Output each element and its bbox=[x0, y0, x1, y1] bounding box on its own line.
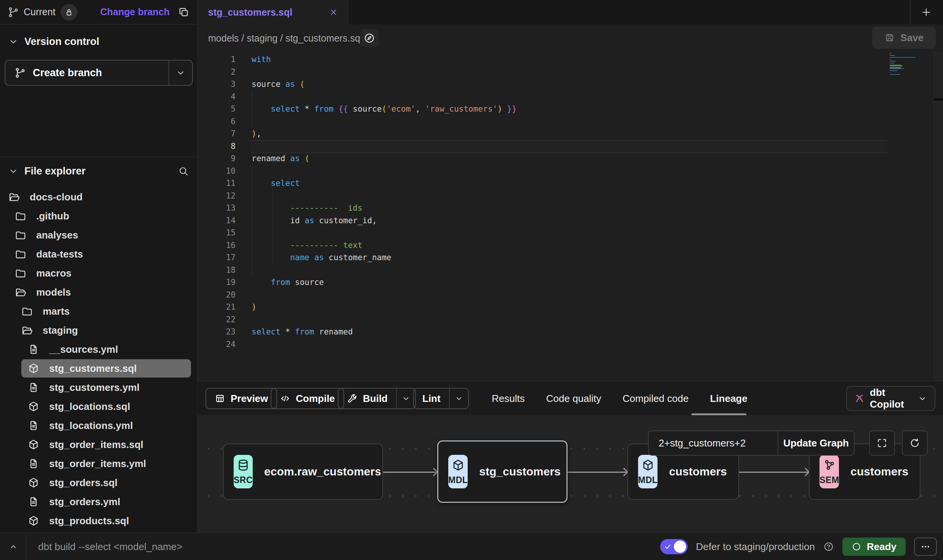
code-line-7: ), bbox=[252, 128, 517, 140]
panel-tabs: ResultsCode qualityCompiled codeLineage bbox=[480, 381, 747, 416]
folder-open-icon bbox=[21, 325, 33, 336]
editor-scrollbar[interactable] bbox=[933, 52, 943, 381]
lint-button[interactable]: Lint bbox=[413, 388, 469, 409]
database-icon bbox=[237, 459, 250, 472]
chevron-down-icon bbox=[918, 394, 927, 403]
command-input[interactable]: dbt build --select <model_name> bbox=[38, 533, 183, 560]
close-tab-icon[interactable] bbox=[329, 8, 338, 17]
cube-icon bbox=[28, 363, 39, 374]
refresh-button[interactable] bbox=[902, 430, 928, 456]
tab-stg-customers-sql[interactable]: stg_customers.sql bbox=[197, 0, 349, 24]
code-line-19: from source bbox=[252, 276, 517, 289]
panel-tab-results[interactable]: Results bbox=[492, 393, 525, 405]
help-icon[interactable] bbox=[823, 541, 834, 552]
tree-item-stg-customers-yml[interactable]: stg_customers.yml bbox=[0, 378, 197, 397]
panel-tab-lineage[interactable]: Lineage bbox=[710, 393, 747, 405]
tree-item-analyses[interactable]: analyses bbox=[0, 226, 197, 245]
create-branch-main[interactable]: Create branch bbox=[5, 61, 168, 85]
tree-item-stg-customers-sql[interactable]: stg_customers.sql bbox=[0, 359, 197, 378]
doc-icon bbox=[28, 458, 39, 469]
dbt-copilot-button[interactable]: dbt Copilot bbox=[846, 386, 935, 411]
compass-icon bbox=[364, 32, 375, 44]
ide-status-button[interactable]: Ready bbox=[842, 538, 906, 556]
tree-item-staging[interactable]: staging bbox=[0, 321, 197, 340]
lineage-panel[interactable]: SRCecom.raw_customersMDLstg_customersMDL… bbox=[197, 415, 943, 533]
tree-item-stg-locations-sql[interactable]: stg_locations.sql bbox=[0, 397, 197, 416]
chevron-up-icon bbox=[8, 542, 18, 552]
scrollbar-mark bbox=[934, 98, 943, 101]
toolbar-separator bbox=[470, 381, 470, 416]
lineage-edge bbox=[383, 472, 437, 473]
minimap[interactable] bbox=[890, 53, 916, 76]
doc-icon bbox=[28, 496, 39, 507]
sidebar-divider bbox=[0, 157, 197, 157]
code-line-3: source as ( bbox=[252, 78, 517, 91]
git-branch-icon bbox=[14, 67, 26, 78]
code-line-11: select bbox=[252, 177, 517, 190]
node-badge: SRC bbox=[234, 455, 253, 488]
tree-item-stg-orders-yml[interactable]: stg_orders.yml bbox=[0, 492, 197, 511]
file-explorer-title: File explorer bbox=[24, 165, 86, 177]
chevron-down-icon bbox=[402, 394, 410, 403]
code-line-5: select * from {{ source('ecom', 'raw_cus… bbox=[252, 103, 517, 115]
compile-button[interactable]: Compile bbox=[271, 388, 344, 409]
panel-tab-compiled-code[interactable]: Compiled code bbox=[622, 393, 688, 405]
build-button[interactable]: Build bbox=[338, 388, 416, 409]
tree-item-docs-cloud[interactable]: docs-cloud bbox=[0, 187, 197, 206]
tree-item-stg-products-sql[interactable]: stg_products.sql bbox=[0, 511, 197, 530]
panel-tab-code-quality[interactable]: Code quality bbox=[546, 393, 601, 405]
check-icon bbox=[664, 542, 672, 551]
save-button[interactable]: Save bbox=[872, 27, 936, 49]
lineage-node-ecom-raw-customers[interactable]: SRCecom.raw_customers bbox=[223, 443, 383, 500]
main-area: stg_customers.sql models / staging / stg… bbox=[197, 0, 943, 533]
cube-icon bbox=[28, 477, 39, 488]
code-line-22 bbox=[252, 314, 517, 326]
folder-icon bbox=[15, 229, 26, 241]
refresh-icon bbox=[909, 437, 921, 449]
new-tab-button[interactable] bbox=[917, 3, 935, 21]
lineage-edge bbox=[568, 472, 627, 473]
copy-branch-icon[interactable] bbox=[178, 6, 189, 18]
tree-item--sources-yml[interactable]: __sources.yml bbox=[0, 340, 197, 359]
search-icon[interactable] bbox=[178, 166, 189, 176]
toggle-knob bbox=[674, 541, 686, 553]
fullscreen-button[interactable] bbox=[869, 430, 895, 456]
tree-item-stg-order-items-yml[interactable]: stg_order_items.yml bbox=[0, 454, 197, 473]
build-dropdown[interactable] bbox=[396, 389, 415, 408]
status-ring-icon bbox=[852, 542, 861, 552]
code-lines: withsource as ( select * from {{ source(… bbox=[252, 53, 517, 350]
create-branch-dropdown[interactable] bbox=[168, 61, 192, 85]
doc-icon bbox=[28, 420, 39, 431]
create-branch-button[interactable]: Create branch bbox=[5, 60, 193, 86]
more-options-button[interactable] bbox=[914, 538, 937, 556]
explore-compass-button[interactable] bbox=[360, 29, 378, 47]
tree-item-marts[interactable]: marts bbox=[0, 302, 197, 321]
ready-label: Ready bbox=[867, 541, 896, 553]
lineage-filter-input[interactable]: 2+stg_customers+2 bbox=[649, 437, 778, 449]
update-graph-button[interactable]: Update Graph bbox=[778, 431, 854, 455]
tree-item-macros[interactable]: macros bbox=[0, 264, 197, 283]
doc-icon bbox=[28, 496, 39, 507]
lineage-node-stg-customers[interactable]: MDLstg_customers bbox=[437, 440, 568, 503]
code-editor[interactable]: 123456789101112131415161718192021222324 … bbox=[197, 52, 943, 381]
version-control-header[interactable]: Version control bbox=[0, 30, 197, 53]
code-icon bbox=[280, 393, 290, 404]
doc-icon bbox=[28, 382, 39, 393]
preview-button[interactable]: Preview bbox=[205, 388, 277, 409]
table-icon bbox=[215, 393, 225, 404]
tree-item-models[interactable]: models bbox=[0, 283, 197, 302]
tree-item--github[interactable]: .github bbox=[0, 206, 197, 226]
tree-item-stg-order-items-sql[interactable]: stg_order_items.sql bbox=[0, 435, 197, 454]
save-label: Save bbox=[900, 32, 924, 44]
branch-locked-badge bbox=[61, 4, 77, 21]
lint-dropdown[interactable] bbox=[449, 389, 468, 408]
change-branch-link[interactable]: Change branch bbox=[100, 6, 170, 18]
cube-icon bbox=[641, 459, 654, 472]
tree-item-stg-locations-yml[interactable]: stg_locations.yml bbox=[0, 416, 197, 435]
tree-item-stg-orders-sql[interactable]: stg_orders.sql bbox=[0, 473, 197, 492]
tree-item-data-tests[interactable]: data-tests bbox=[0, 245, 197, 264]
tab-label: stg_customers.sql bbox=[208, 7, 292, 18]
defer-toggle[interactable] bbox=[660, 539, 688, 554]
file-explorer-header[interactable]: File explorer bbox=[0, 160, 197, 182]
collapse-command-bar[interactable] bbox=[0, 533, 27, 560]
